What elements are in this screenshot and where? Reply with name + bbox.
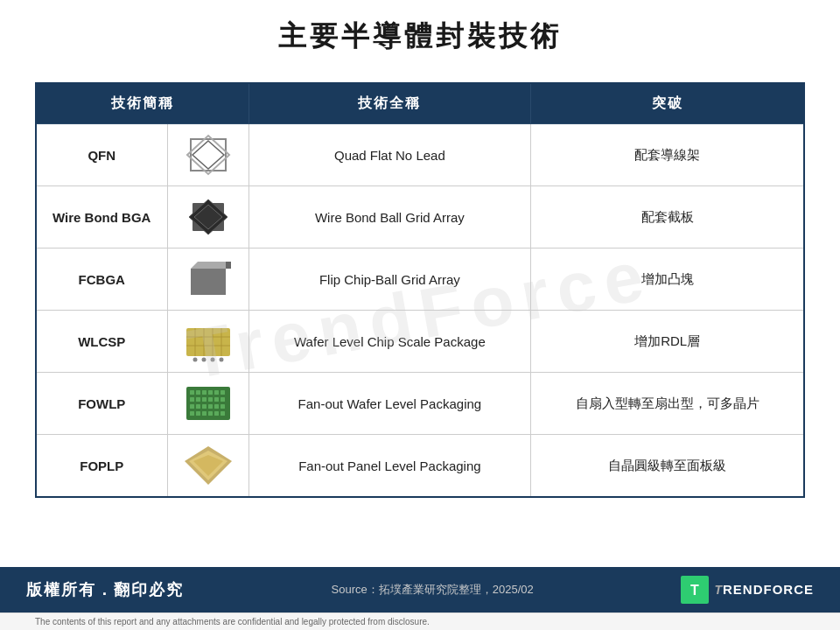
break-foplp: 自晶圓級轉至面板級 — [531, 435, 804, 498]
svg-rect-39 — [220, 404, 225, 409]
break-wlcsp: 增加RDL層 — [531, 311, 804, 373]
break-fowlp: 自扇入型轉至扇出型，可多晶片 — [531, 373, 804, 435]
svg-rect-38 — [214, 404, 219, 409]
disclaimer: The contents of this report and any atta… — [0, 612, 840, 630]
table-row: FOPLP Fan-out Panel Level Packaging — [36, 435, 804, 498]
table-row: WLCSP — [36, 311, 804, 373]
svg-rect-31 — [208, 397, 213, 402]
svg-rect-22 — [190, 390, 194, 395]
page-title: 主要半導體封裝技術 — [35, 18, 805, 56]
svg-rect-43 — [208, 411, 213, 416]
svg-rect-29 — [196, 397, 200, 402]
svg-rect-33 — [220, 397, 225, 402]
abbr-fowlp: FOWLP — [36, 373, 167, 435]
svg-rect-36 — [202, 404, 206, 409]
svg-rect-40 — [190, 411, 194, 416]
trendforce-text: TRENDFORCE — [714, 582, 814, 598]
trendforce-logo: T TRENDFORCE — [681, 576, 814, 604]
svg-marker-8 — [226, 262, 231, 269]
full-fcbga: Flip Chip-Ball Grid Array — [248, 248, 531, 311]
svg-rect-10 — [186, 328, 230, 356]
svg-rect-41 — [196, 411, 200, 416]
svg-marker-7 — [191, 262, 226, 269]
footer-logo: T TRENDFORCE — [681, 576, 814, 604]
svg-point-20 — [219, 358, 223, 362]
full-fowlp: Fan-out Wafer Level Packaging — [248, 373, 531, 435]
icon-wirebondbga — [167, 186, 248, 248]
icon-fowlp — [167, 373, 248, 435]
abbr-wlcsp: WLCSP — [36, 311, 167, 373]
footer-copyright: 版權所有．翻印必究 — [26, 579, 184, 600]
svg-point-18 — [201, 358, 206, 362]
break-fcbga: 增加凸塊 — [531, 248, 804, 311]
icon-qfn — [167, 124, 248, 186]
footer-source: Source：拓墣產業研究院整理，2025/02 — [184, 582, 681, 598]
svg-rect-24 — [202, 390, 206, 395]
svg-rect-44 — [214, 411, 219, 416]
svg-point-19 — [210, 358, 214, 362]
page-wrapper: 主要半導體封裝技術 技術簡稱 技術全稱 突破 QFN — [0, 0, 840, 630]
svg-rect-32 — [214, 397, 219, 402]
abbr-qfn: QFN — [36, 124, 167, 186]
header-abbr: 技術簡稱 — [36, 83, 248, 124]
abbr-fcbga: FCBGA — [36, 248, 167, 311]
table-row: QFN Quad Flat No Lead 配套導線架 — [36, 124, 804, 186]
full-wlcsp: Wafer Level Chip Scale Package — [248, 311, 531, 373]
full-qfn: Quad Flat No Lead — [248, 124, 531, 186]
svg-rect-42 — [202, 411, 206, 416]
abbr-wirebondbga: Wire Bond BGA — [36, 186, 167, 248]
icon-fcbga — [167, 248, 248, 311]
abbr-foplp: FOPLP — [36, 435, 167, 498]
header-breakthrough: 突破 — [531, 83, 804, 124]
icon-foplp — [167, 435, 248, 498]
svg-rect-26 — [214, 390, 219, 395]
table-row: FCBGA Flip Chip-Ball Grid A — [36, 248, 804, 311]
table-row: Wire Bond BGA Wire Bond Ball Grid Array … — [36, 186, 804, 248]
break-qfn: 配套導線架 — [531, 124, 804, 186]
tech-table: 技術簡稱 技術全稱 突破 QFN — [35, 82, 805, 498]
full-wirebondbga: Wire Bond Ball Grid Array — [248, 186, 531, 248]
svg-rect-27 — [220, 390, 225, 395]
full-foplp: Fan-out Panel Level Packaging — [248, 435, 531, 498]
svg-point-17 — [192, 358, 197, 362]
svg-rect-45 — [220, 411, 225, 416]
svg-rect-37 — [208, 404, 213, 409]
svg-text:T: T — [691, 583, 700, 598]
footer: 版權所有．翻印必究 Source：拓墣產業研究院整理，2025/02 T TRE… — [0, 567, 840, 612]
svg-rect-25 — [208, 390, 213, 395]
svg-rect-28 — [190, 397, 194, 402]
svg-rect-35 — [196, 404, 200, 409]
svg-rect-30 — [202, 397, 206, 402]
break-wirebondbga: 配套截板 — [531, 186, 804, 248]
trendforce-icon: T — [681, 576, 709, 604]
table-row: FOWLP — [36, 373, 804, 435]
svg-rect-23 — [196, 390, 200, 395]
header-full: 技術全稱 — [248, 83, 531, 124]
svg-rect-9 — [191, 269, 226, 295]
icon-wlcsp — [167, 311, 248, 373]
svg-rect-34 — [190, 404, 194, 409]
main-content: 主要半導體封裝技術 技術簡稱 技術全稱 突破 QFN — [0, 0, 840, 567]
